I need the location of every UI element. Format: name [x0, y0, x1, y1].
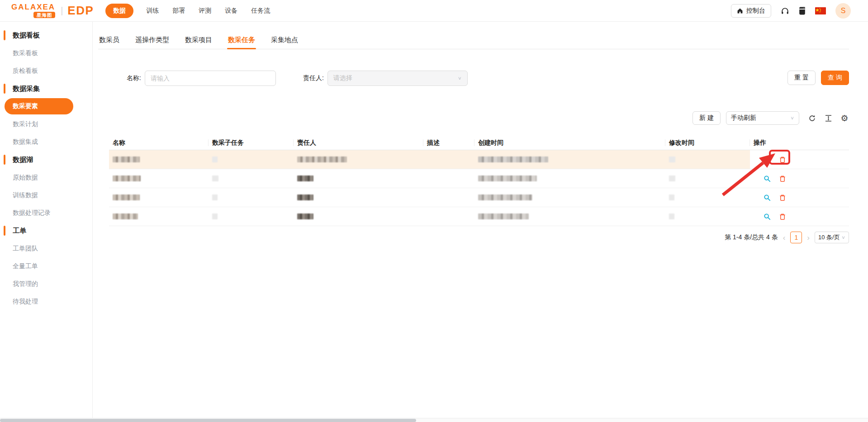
sidebar-item-3-2[interactable]: 训练数据 — [0, 186, 92, 204]
new-button[interactable]: 新 建 — [693, 111, 721, 125]
column-height-icon[interactable] — [824, 114, 833, 123]
app-window: GALAXEA 星海图 | EDP 数据训练部署评测设备任务流 控制台 — [0, 0, 868, 422]
app-header: GALAXEA 星海图 | EDP 数据训练部署评测设备任务流 控制台 — [0, 0, 868, 22]
nav-item-3[interactable]: 部署 — [171, 4, 186, 18]
cell-action-row-3 — [750, 188, 849, 207]
cell-action-row-4 — [750, 207, 849, 226]
reset-button[interactable]: 重 置 — [787, 71, 816, 85]
cell-modified-row-4 — [665, 207, 750, 226]
prev-page-icon[interactable]: ‹ — [782, 234, 787, 242]
delete-icon[interactable] — [779, 175, 786, 182]
name-filter-input[interactable] — [145, 71, 276, 86]
sidebar-item-4-4[interactable]: 待我处理 — [0, 293, 92, 310]
delete-icon[interactable] — [779, 156, 786, 163]
page-size-select[interactable]: 10 条/页 ∨ — [815, 232, 849, 243]
scrollbar-thumb[interactable] — [0, 419, 416, 422]
redacted-owner — [297, 156, 347, 162]
cell-desc-row-3 — [423, 188, 474, 207]
nav-item-4[interactable]: 评测 — [198, 4, 212, 18]
cell-created-row-2 — [474, 169, 665, 188]
user-avatar[interactable]: S — [835, 3, 851, 19]
cell-action-row-2 — [750, 169, 849, 188]
cell-owner-row-3 — [294, 188, 423, 207]
sidebar-item-4-1[interactable]: 工单团队 — [0, 240, 92, 257]
redacted-modified — [669, 175, 675, 181]
settings-gear-icon[interactable]: ⚙ — [840, 114, 849, 123]
horizontal-scrollbar[interactable] — [0, 418, 868, 422]
cell-modified-row-2 — [665, 169, 750, 188]
support-headset-icon[interactable] — [781, 7, 789, 15]
cell-owner-row-2 — [294, 169, 423, 188]
redacted-subtask — [212, 213, 218, 219]
cell-owner-row-1 — [294, 150, 423, 169]
column-header-3: 责任人 — [294, 136, 423, 150]
tab-1[interactable]: 数采员 — [98, 34, 120, 49]
cell-desc-row-2 — [423, 169, 474, 188]
tab-bar: 数采员遥操作类型数采项目数采任务采集地点 — [98, 34, 849, 49]
view-icon[interactable] — [764, 175, 771, 182]
tab-2[interactable]: 遥操作类型 — [134, 34, 170, 49]
table-row-4[interactable] — [109, 207, 849, 226]
logo-divider: | — [61, 5, 63, 16]
view-icon[interactable] — [764, 156, 771, 163]
cell-subtask-row-4 — [209, 207, 294, 226]
language-flag-icon[interactable] — [815, 7, 826, 14]
sidebar-item-2-2[interactable]: 数采计划 — [0, 115, 92, 133]
cell-created-row-1 — [474, 150, 665, 169]
tab-4[interactable]: 数采任务 — [227, 34, 256, 49]
cell-subtask-row-1 — [209, 150, 294, 169]
cell-subtask-row-2 — [209, 169, 294, 188]
sidebar-group-title-3: 数据湖 — [0, 151, 92, 169]
column-header-1: 名称 — [109, 136, 209, 150]
sidebar-item-1-1[interactable]: 数采看板 — [0, 44, 92, 62]
refresh-mode-value: 手动刷新 — [731, 114, 756, 122]
redacted-owner — [297, 175, 313, 181]
redacted-name — [113, 213, 138, 219]
table-row-2[interactable] — [109, 169, 849, 188]
sidebar-item-3-3[interactable]: 数据处理记录 — [0, 204, 92, 222]
owner-filter-placeholder: 请选择 — [333, 74, 352, 82]
redacted-created — [478, 213, 529, 219]
chevron-down-icon: ∨ — [458, 76, 462, 81]
sidebar-item-4-2[interactable]: 全量工单 — [0, 257, 92, 275]
docs-book-icon[interactable] — [799, 7, 806, 15]
page-number-button[interactable]: 1 — [790, 232, 802, 243]
cell-modified-row-3 — [665, 188, 750, 207]
next-page-icon[interactable]: › — [806, 234, 811, 242]
redacted-modified — [669, 194, 674, 200]
view-icon[interactable] — [764, 213, 771, 220]
refresh-mode-select[interactable]: 手动刷新 ∨ — [726, 111, 799, 125]
sidebar-item-2-3[interactable]: 数据集成 — [0, 133, 92, 151]
cell-action-row-1 — [750, 150, 849, 169]
product-name: EDP — [67, 4, 94, 18]
delete-icon[interactable] — [779, 213, 786, 220]
sidebar-item-4-3[interactable]: 我管理的 — [0, 275, 92, 293]
cell-created-row-4 — [474, 207, 665, 226]
cell-desc-row-4 — [423, 207, 474, 226]
nav-item-1[interactable]: 数据 — [105, 4, 133, 18]
owner-filter-select[interactable]: 请选择 ∨ — [327, 71, 468, 86]
table-row-1[interactable] — [109, 150, 849, 169]
redacted-modified — [669, 156, 675, 162]
page-size-value: 10 条/页 — [818, 233, 840, 242]
tab-5[interactable]: 采集地点 — [270, 34, 299, 49]
tab-3[interactable]: 数采项目 — [184, 34, 213, 49]
redacted-created — [478, 194, 532, 200]
cell-created-row-3 — [474, 188, 665, 207]
nav-item-5[interactable]: 设备 — [224, 4, 238, 18]
delete-icon[interactable] — [779, 194, 786, 201]
view-icon[interactable] — [764, 194, 771, 201]
search-button[interactable]: 查 询 — [821, 71, 849, 85]
nav-item-6[interactable]: 任务流 — [250, 4, 271, 18]
name-filter-label: 名称: — [127, 74, 141, 82]
filter-buttons: 重 置 查 询 — [787, 71, 849, 85]
console-button[interactable]: 控制台 — [731, 4, 771, 18]
table-row-3[interactable] — [109, 188, 849, 207]
sidebar-item-1-2[interactable]: 质检看板 — [0, 62, 92, 80]
cell-owner-row-4 — [294, 207, 423, 226]
refresh-icon[interactable] — [807, 114, 816, 123]
nav-item-2[interactable]: 训练 — [145, 4, 160, 18]
sidebar-item-2-1[interactable]: 数采要素 — [5, 98, 73, 114]
logo: GALAXEA 星海图 | EDP — [11, 3, 94, 19]
sidebar-item-3-1[interactable]: 原始数据 — [0, 169, 92, 186]
